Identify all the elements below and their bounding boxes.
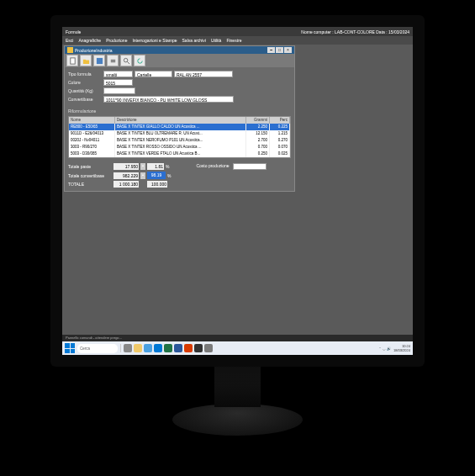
- svg-rect-1: [96, 57, 102, 63]
- header-desc[interactable]: Descrizione: [115, 117, 246, 124]
- table-row[interactable]: 9011D - E26/04013BASE X TINTEX BLU OLTRE…: [69, 130, 290, 137]
- svg-rect-0: [70, 57, 74, 63]
- clock-date: 18/03/2024: [393, 348, 410, 352]
- taskbar-excel-icon[interactable]: [164, 344, 172, 352]
- cell-name: 9011D - E26/04013: [69, 130, 115, 137]
- totale-unit: 100.000: [147, 181, 167, 188]
- maximize-button[interactable]: □: [276, 47, 283, 53]
- form-area: Tipo formula smalti Cartelle RAL AN 2557…: [65, 67, 294, 108]
- menu-anagrafiche[interactable]: Anagrafiche: [78, 38, 101, 43]
- costo-produzione-input[interactable]: [233, 163, 267, 170]
- pct-unit-2: %: [167, 173, 171, 178]
- totale-convertibase-pct[interactable]: 98.19: [147, 172, 166, 179]
- cell-qty: 2.250: [246, 124, 270, 130]
- close-button[interactable]: ×: [284, 47, 292, 53]
- app-menubar: Esci Anagrafiche Produzione Interrogazio…: [62, 36, 413, 45]
- app-title: Formule: [66, 29, 81, 34]
- cell-desc: BASE X TINTEX GIALLO CALDO UN Acustica .…: [115, 124, 246, 130]
- svg-rect-2: [110, 59, 114, 62]
- menu-interrogazioni[interactable]: Interrogazioni e Stampe: [132, 38, 177, 43]
- minimize-button[interactable]: ‒: [267, 47, 275, 53]
- toolbar-save-icon[interactable]: [93, 55, 105, 66]
- cell-desc: BASE X TINTEX NEROFUMO P101 UN Acustica.…: [115, 137, 246, 144]
- convertibase-input[interactable]: 1011*90 INVEFIX BIANCO - PU WHITE LOW GL…: [103, 96, 234, 103]
- toolbar-open-icon[interactable]: [80, 55, 92, 66]
- cell-pct: 0.270: [270, 137, 290, 144]
- menu-esci[interactable]: Esci: [66, 38, 73, 43]
- cell-qty: 0.700: [246, 144, 270, 151]
- cell-qty: 2.700: [246, 137, 270, 144]
- child-titlebar[interactable]: ProduzioneIndustria ‒ □ ×: [65, 46, 294, 54]
- taskbar-task-view-icon[interactable]: [124, 344, 132, 352]
- toolbar-print-icon[interactable]: [107, 55, 119, 66]
- quantita-input[interactable]: [103, 87, 135, 94]
- menu-produzione[interactable]: Produzione: [106, 38, 127, 43]
- cell-desc: BASE X TINTEX VERDE FTALO UN Acustica B.…: [115, 151, 246, 157]
- menu-salva[interactable]: Salva archivi: [182, 38, 206, 43]
- totals-area: Totale paste 17.950 ▴ 1.81 % Totale conv…: [65, 160, 294, 191]
- monitor-frame: Formule Nome computer : LAB-CONT-COLORE …: [50, 15, 425, 367]
- svg-line-4: [127, 61, 129, 64]
- tray-volume-icon[interactable]: 🔊: [387, 346, 391, 351]
- quantita-label: Quantità (Kg): [68, 88, 102, 93]
- menu-finestre[interactable]: Finestre: [226, 38, 241, 43]
- system-tray[interactable]: ˄ ◡ 🔊: [379, 346, 391, 351]
- table-row[interactable]: 5003 - D30/085BASE X TINTEX VERDE FTALO …: [69, 151, 290, 157]
- cell-name: 0020J - Nv04011: [69, 137, 115, 144]
- formula-table: Nome Descrizione Grammi Perc RE800 - E50…: [68, 116, 291, 158]
- taskbar-clock[interactable]: 10:24 18/03/2024: [393, 344, 410, 352]
- taskbar-edge-icon[interactable]: [144, 344, 152, 352]
- taskbar-word-icon[interactable]: [174, 344, 182, 352]
- totale-convertibase-label: Totale convertibase: [68, 173, 112, 178]
- child-toolbar: [65, 54, 294, 67]
- cell-pct: 0.070: [270, 144, 290, 151]
- cell-pct: 1.215: [270, 130, 290, 137]
- tray-wifi-icon[interactable]: ◡: [383, 346, 385, 351]
- start-button[interactable]: [65, 343, 75, 353]
- cell-pct: 0.025: [270, 151, 290, 157]
- convertibase-label: Convertibase: [68, 97, 102, 102]
- svg-point-3: [124, 58, 128, 62]
- totale-paste-pct: 1.81: [147, 163, 164, 170]
- toolbar-refresh-icon[interactable]: [134, 55, 145, 66]
- tipo-formula-input1[interactable]: smalti: [103, 71, 133, 77]
- colore-input[interactable]: 5015: [103, 79, 133, 86]
- cell-desc: BASE X TINTEX BLU OLTREMARE R. UN Acust.…: [115, 130, 246, 137]
- toolbar-search-icon[interactable]: [120, 55, 132, 66]
- header-pct[interactable]: Perc: [270, 117, 290, 124]
- paste-stepper[interactable]: ▴: [140, 163, 145, 170]
- desktop-screen: Formule Nome computer : LAB-CONT-COLORE …: [62, 27, 413, 355]
- table-header: Nome Descrizione Grammi Perc: [69, 117, 290, 124]
- table-row[interactable]: RE800 - E50/65BASE X TINTEX GIALLO CALDO…: [69, 124, 290, 130]
- taskbar-explorer-icon[interactable]: [134, 344, 142, 352]
- cell-name: 5003 - D30/085: [69, 151, 115, 157]
- cell-name: 3003 - R90/270: [69, 144, 115, 151]
- cell-qty: 12.150: [246, 130, 270, 137]
- taskbar-mail-icon[interactable]: [154, 344, 162, 352]
- header-qty[interactable]: Grammi: [246, 117, 270, 124]
- menu-utilita[interactable]: Utilità: [211, 38, 222, 43]
- tipo-formula-label: Tipo formula: [68, 71, 102, 77]
- totale-convertibase-value: 982.229: [113, 172, 139, 179]
- table-row[interactable]: 0020J - Nv04011BASE X TINTEX NEROFUMO P1…: [69, 137, 290, 144]
- child-title: ProduzioneIndustria: [75, 48, 112, 53]
- cell-name: RE800 - E50/65: [69, 124, 115, 130]
- toolbar-new-icon[interactable]: [66, 55, 78, 66]
- tipo-formula-input3[interactable]: RAL AN 2557: [174, 71, 233, 77]
- taskbar-search[interactable]: Cerca: [77, 344, 118, 353]
- totale-label: TOTALE: [68, 182, 112, 187]
- app-titlebar: Formule Nome computer : LAB-CONT-COLORE …: [62, 27, 413, 36]
- taskbar-app3-icon[interactable]: [204, 344, 213, 352]
- app-status-right: Nome computer : LAB-CONT-COLORE Data : 1…: [301, 29, 409, 34]
- taskbar-app2-icon[interactable]: [194, 344, 203, 352]
- colore-label: Colore: [68, 80, 102, 85]
- convertibase-stepper[interactable]: ▴: [140, 172, 145, 179]
- window-icon: [67, 47, 73, 53]
- taskbar-app1-icon[interactable]: [184, 344, 193, 352]
- tipo-formula-input2[interactable]: Cartelle: [135, 71, 172, 77]
- header-name[interactable]: Nome: [69, 117, 115, 124]
- pct-unit-1: %: [166, 164, 169, 169]
- tray-chevron-icon[interactable]: ˄: [379, 346, 381, 351]
- table-row[interactable]: 3003 - R90/270BASE X TINTEX ROSSO OSSIDO…: [69, 144, 290, 151]
- section-riformulazione: Riformulazione: [65, 108, 294, 114]
